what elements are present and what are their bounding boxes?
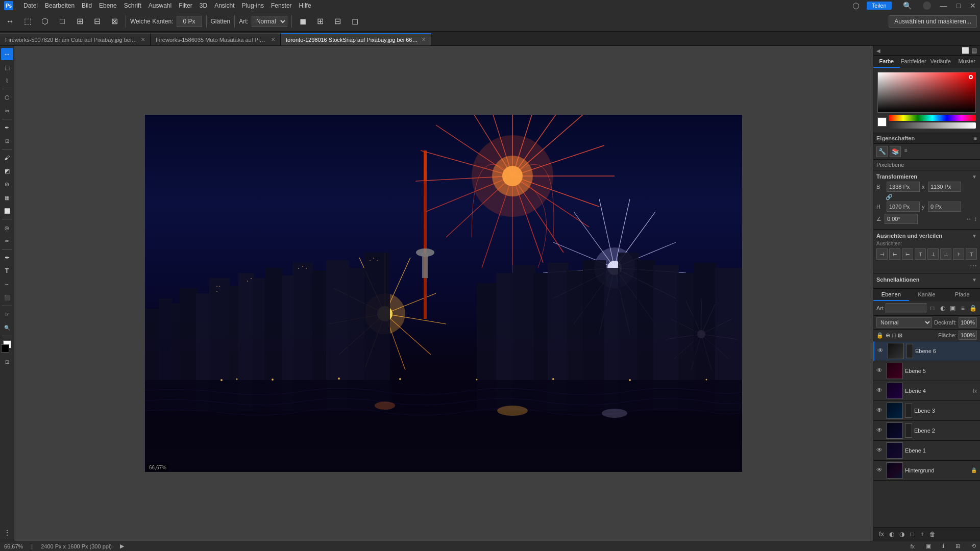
canvas-area[interactable]: 66,67% xyxy=(14,46,873,541)
select-mask-button[interactable]: Auswählen und maskieren... xyxy=(889,15,977,28)
layer-6-visibility[interactable]: 👁 xyxy=(877,347,886,355)
layers-tab-ebenen[interactable]: Ebenen xyxy=(873,289,909,301)
tab-fireworks1[interactable]: Fireworks-5007820 Briam Cute auf Pixabay… xyxy=(0,33,151,45)
frame-tool[interactable]: ✂ xyxy=(1,105,13,117)
background-color-swatch[interactable] xyxy=(1,344,9,353)
window-maximize[interactable]: □ xyxy=(957,2,961,10)
move-tool-btn[interactable]: ↔ xyxy=(3,14,17,29)
menu-3d[interactable]: 3D xyxy=(200,2,207,9)
color-picker-handle[interactable] xyxy=(969,75,973,79)
status-arrow[interactable]: ▶ xyxy=(120,543,124,549)
layer-item-2[interactable]: 👁 Ebene 2 xyxy=(873,421,980,441)
y-value-input[interactable] xyxy=(928,202,961,212)
search-icon[interactable]: 🔍 xyxy=(903,2,912,10)
hand-tool[interactable]: ☞ xyxy=(1,308,13,320)
layers-lock-btn[interactable]: 🔒 xyxy=(969,303,977,313)
share-icon[interactable]: ⬡ xyxy=(852,1,860,11)
layer-5-visibility[interactable]: 👁 xyxy=(876,367,885,375)
color-tab-verlaufe[interactable]: Verläufe xyxy=(927,56,954,68)
status-history-btn[interactable]: ⟲ xyxy=(971,543,976,549)
dodge-tool[interactable]: ✏ xyxy=(1,235,13,247)
layers-group-btn[interactable]: □ xyxy=(907,529,917,539)
sample-btn-1[interactable]: ◼ xyxy=(296,14,310,29)
quick-mask-btn[interactable]: ⊡ xyxy=(1,356,13,368)
crop-tool[interactable]: ⬡ xyxy=(1,91,13,104)
props-tab-bibliotheken[interactable]: 📚 xyxy=(890,146,901,157)
sample-btn-4[interactable]: ◻ xyxy=(348,14,362,29)
fill-input[interactable] xyxy=(959,331,977,340)
foreground-swatch-mini[interactable]: ⬜ xyxy=(962,47,969,54)
color-tab-farbfelder[interactable]: Farbfelder xyxy=(900,56,927,68)
type-tool[interactable]: T xyxy=(1,265,13,277)
brush-tool[interactable]: ◩ xyxy=(1,165,13,177)
sample-btn-2[interactable]: ⊞ xyxy=(313,14,328,29)
transform-header[interactable]: Transformieren ▼ xyxy=(876,173,977,180)
flip-v-icon[interactable]: ↕ xyxy=(974,215,977,222)
menu-plugins[interactable]: Plug-ins xyxy=(242,2,264,9)
edge-input[interactable] xyxy=(177,16,202,27)
align-center-h-btn[interactable]: ⊢ xyxy=(889,248,900,260)
tab-fireworks2[interactable]: Fireworks-1586035 Muto Masataka auf Pixa… xyxy=(151,33,281,45)
align-bottom-btn[interactable]: ⊥ xyxy=(940,248,951,260)
magic-wand-tool[interactable]: ⌇ xyxy=(1,74,13,87)
shape-tool[interactable]: ⬛ xyxy=(1,291,13,304)
menu-filter[interactable]: Filter xyxy=(179,2,192,9)
h-value-input[interactable] xyxy=(887,202,920,212)
mode-dropdown[interactable]: Normal xyxy=(252,16,287,27)
hue-slider[interactable] xyxy=(889,115,976,121)
props-expand-btn[interactable]: ≡ xyxy=(903,146,909,157)
intersect-selection-btn[interactable]: ⊠ xyxy=(107,14,121,29)
layers-new-group-btn[interactable]: □ xyxy=(928,303,937,313)
gradient-swatch-mini[interactable]: ▤ xyxy=(971,47,977,54)
align-more-icon[interactable]: ⋯ xyxy=(970,262,977,270)
distribute-h-btn[interactable]: ⊧ xyxy=(953,248,964,260)
subtract-selection-btn[interactable]: ⊟ xyxy=(90,14,104,29)
menu-datei[interactable]: Datei xyxy=(23,2,38,9)
pen-tool[interactable]: ✒ xyxy=(1,252,13,264)
status-info-btn[interactable]: ℹ xyxy=(942,543,944,549)
layers-new-layer-btn[interactable]: + xyxy=(917,529,927,539)
distribute-v-btn[interactable]: ⊤ xyxy=(966,248,977,260)
layer-item-5[interactable]: 👁 Ebene 5 xyxy=(873,361,980,381)
selection-rectangle-tool[interactable]: ↔ xyxy=(1,48,13,60)
menu-auswahl[interactable]: Auswahl xyxy=(149,2,172,9)
account-avatar[interactable] xyxy=(923,2,931,10)
marquee-tool-btn[interactable]: ⬚ xyxy=(20,14,35,29)
tab-toronto[interactable]: toronto-1298016 StockSnap auf Pixabay.jp… xyxy=(281,33,431,45)
color-tab-farbe[interactable]: Farbe xyxy=(873,56,900,68)
document-canvas[interactable]: 66,67% xyxy=(145,115,742,472)
lock-all-icon[interactable]: 🔒 xyxy=(876,332,884,339)
layer-3-visibility[interactable]: 👁 xyxy=(876,407,885,415)
align-center-v-btn[interactable]: ⊥ xyxy=(927,248,939,260)
menu-bearbeiten[interactable]: Bearbeiten xyxy=(45,2,75,9)
eraser-tool[interactable]: ▦ xyxy=(1,191,13,204)
layer-item-hintergrund[interactable]: 👁 Hintergrund 🔒 xyxy=(873,461,980,481)
lasso-tool-btn[interactable]: ⬡ xyxy=(38,14,52,29)
color-gradient-picker[interactable] xyxy=(877,72,976,113)
window-close[interactable]: ✕ xyxy=(970,2,976,10)
layers-fill-btn[interactable]: ◐ xyxy=(887,529,897,539)
lock-artboard-icon[interactable]: ⊠ xyxy=(898,332,902,339)
properties-menu[interactable]: ≡ xyxy=(974,136,977,141)
layer-4-visibility[interactable]: 👁 xyxy=(876,387,885,395)
menu-fenster[interactable]: Fenster xyxy=(271,2,292,9)
edit-toolbar-btn[interactable]: ⋮ xyxy=(1,527,13,539)
layers-adjustment-btn[interactable]: ◐ xyxy=(939,303,947,313)
fg-color-box[interactable] xyxy=(877,117,887,127)
layers-search-input[interactable] xyxy=(886,303,926,313)
layers-delete-btn[interactable]: 🗑 xyxy=(927,529,938,539)
tab-close-3[interactable]: ✕ xyxy=(422,37,426,42)
layers-filter-btn[interactable]: ≡ xyxy=(959,303,967,313)
tab-close-2[interactable]: ✕ xyxy=(271,37,275,42)
share-button[interactable]: Teilen xyxy=(867,2,892,10)
status-layers-btn[interactable]: ⊞ xyxy=(955,543,960,549)
b-value-input[interactable] xyxy=(887,182,920,192)
opacity-input[interactable] xyxy=(959,317,977,328)
lock-position-icon[interactable]: ⊕ xyxy=(886,332,890,339)
hintergrund-visibility[interactable]: 👁 xyxy=(876,466,885,474)
layers-tab-kanale[interactable]: Kanäle xyxy=(909,289,945,301)
menu-schrift[interactable]: Schrift xyxy=(124,2,141,9)
layer-item-3[interactable]: 👁 Ebene 3 xyxy=(873,401,980,421)
align-top-btn[interactable]: ⊤ xyxy=(915,248,926,260)
panel-collapse-left[interactable]: ◀ xyxy=(876,48,880,54)
